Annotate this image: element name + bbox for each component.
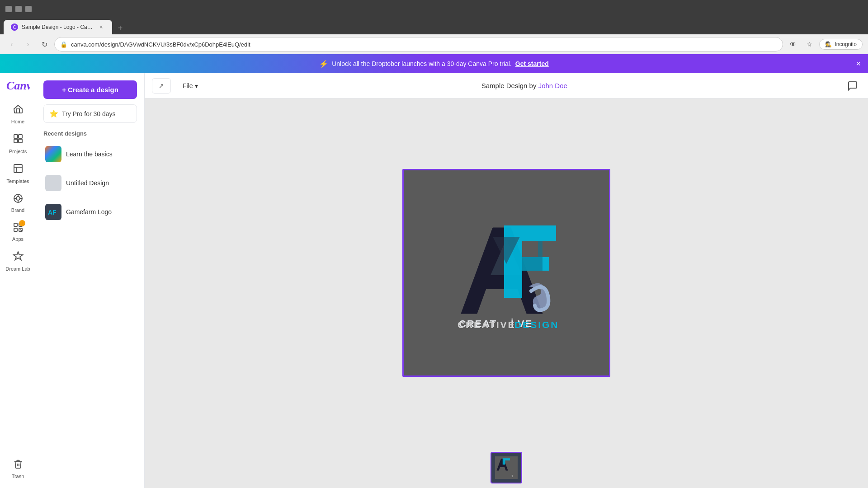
reload-button[interactable]: ↻ [38,38,51,51]
svg-rect-4 [19,139,22,143]
logo-svg: CREAT İ VE CREATIVE CREATIVE CREATIVE DE… [425,205,588,341]
comment-button[interactable] [844,78,861,94]
active-tab[interactable]: C Sample Design - Logo - Canva × [4,20,112,34]
open-icon: ↗ [159,82,164,89]
page-number: 1 [511,474,514,478]
page-thumb-1[interactable]: 1 [491,452,522,483]
browser-chrome: C Sample Design - Logo - Canva × + ‹ › ↻… [0,0,868,54]
content-panel: + Create a design ⭐ Try Pro for 30 days … [36,73,145,488]
learn-thumb-bg [45,146,61,162]
back-button[interactable]: ‹ [5,38,18,51]
extensions-icon[interactable]: 👁 [787,38,799,51]
close-button[interactable] [25,6,32,12]
canva-logo: Canva [6,79,30,94]
promo-text: Unlock all the Droptober launches with a… [332,60,512,67]
svg-text:AF: AF [48,209,57,216]
file-label: File [183,82,193,89]
thumbnail-strip: 1 [487,447,526,488]
home-icon [13,103,24,117]
tab-title: Sample Design - Logo - Canva [22,24,94,30]
svg-rect-3 [14,139,18,143]
sidebar-trash-label: Trash [12,474,24,479]
incognito-icon: 🕵 [825,41,832,47]
sidebar-item-brand[interactable]: Brand [3,189,33,216]
sidebar-dreamlab-label: Dream Lab [5,266,30,272]
sidebar-projects-label: Projects [9,149,27,154]
apps-icon-wrap: + [13,222,24,235]
new-tab-button[interactable]: + [114,22,127,34]
brand-icon-wrap [13,193,24,206]
incognito-label: Incognito [835,41,857,47]
sidebar-brand-label: Brand [11,207,24,213]
tab-close-button[interactable]: × [98,23,105,31]
sidebar: Canva Home Projects [0,73,36,488]
svg-text:Canva: Canva [6,79,30,91]
sidebar-apps-label: Apps [12,236,24,242]
promo-icon: ⚡ [319,60,328,68]
forward-button[interactable]: › [22,38,34,51]
maximize-button[interactable] [15,6,22,12]
sidebar-item-projects[interactable]: Projects [3,130,33,158]
apps-badge: + [19,220,25,226]
sidebar-home-label: Home [11,119,24,124]
sidebar-item-trash[interactable]: Trash [3,455,33,483]
projects-icon [13,133,24,147]
svg-rect-2 [19,135,22,138]
design-title: Sample Design by John Doe [481,82,567,89]
bookmark-icon[interactable]: ☆ [803,38,816,51]
incognito-button[interactable]: 🕵 Incognito [819,39,863,50]
page-thumb-svg: 1 [495,456,518,479]
nav-icons: 👁 ☆ 🕵 Incognito [787,38,863,51]
minimize-button[interactable] [5,6,12,12]
svg-marker-24 [522,241,542,271]
create-design-button[interactable]: + Create a design [43,80,137,99]
nav-bar: ‹ › ↻ 🔒 canva.com/design/DAGVwdNCKVU/3sB… [0,34,868,54]
title-text: Sample Design [481,82,528,89]
sidebar-item-home[interactable]: Home [3,100,33,128]
sidebar-item-apps[interactable]: + Apps [3,218,33,245]
recent-item-learn-label: Learn the basics [66,150,113,158]
tab-bar: C Sample Design - Logo - Canva × + [0,18,868,34]
canvas-wrapper[interactable]: CREAT İ VE CREATIVE CREATIVE CREATIVE DE… [145,99,868,447]
svg-rect-14 [14,223,17,226]
promo-link[interactable]: Get started [515,60,549,67]
file-chevron: ▾ [195,82,198,89]
canvas-area: ↗ File ▾ Sample Design by John Doe [145,73,868,488]
titlebar [0,0,868,18]
address-bar[interactable]: 🔒 canva.com/design/DAGVwdNCKVU/3sBF0dv/x… [54,37,783,52]
file-menu-button[interactable]: File ▾ [176,79,204,93]
sidebar-item-dreamlab[interactable]: Dream Lab [3,247,33,275]
recent-item-learn[interactable]: Learn the basics [43,142,137,166]
untitled-thumb-bg [45,175,61,191]
sidebar-templates-label: Templates [6,178,29,184]
svg-rect-1 [14,135,18,138]
try-pro-button[interactable]: ⭐ Try Pro for 30 days [43,104,137,123]
lock-icon: 🔒 [60,41,67,48]
app-container: Canva Home Projects [0,73,868,488]
address-text: canva.com/design/DAGVwdNCKVU/3sBF0dv/xCp… [71,41,777,48]
recent-designs-label: Recent designs [43,130,137,137]
svg-rect-5 [14,164,22,173]
tab-favicon: C [11,23,18,31]
canvas-toolbar: ↗ File ▾ Sample Design by John Doe [145,73,868,99]
recent-item-untitled-label: Untitled Design [66,179,109,187]
promo-close-button[interactable]: × [856,59,861,69]
try-pro-label: Try Pro for 30 days [62,110,116,117]
recent-item-untitled[interactable]: Untitled Design [43,171,137,195]
trash-icon [13,459,23,472]
svg-rect-16 [14,228,17,231]
sidebar-item-templates[interactable]: Templates [3,160,33,188]
pro-star-icon: ⭐ [49,109,58,118]
window-controls [5,6,32,12]
svg-text:DESIGN: DESIGN [514,319,559,330]
svg-text:CREATIVE: CREATIVE [458,319,516,330]
author-name: John Doe [538,82,567,89]
open-design-button[interactable]: ↗ [152,78,171,94]
promo-banner: ⚡ Unlock all the Droptober launches with… [0,54,868,73]
dreamlab-icon [13,251,24,264]
by-text: by [529,82,538,89]
design-canvas[interactable]: CREAT İ VE CREATIVE CREATIVE CREATIVE DE… [402,169,610,377]
learn-thumbnail [45,146,61,162]
gamefarm-thumbnail: AF [45,204,61,220]
recent-item-gamefarm[interactable]: AF Gamefarm Logo [43,200,137,224]
